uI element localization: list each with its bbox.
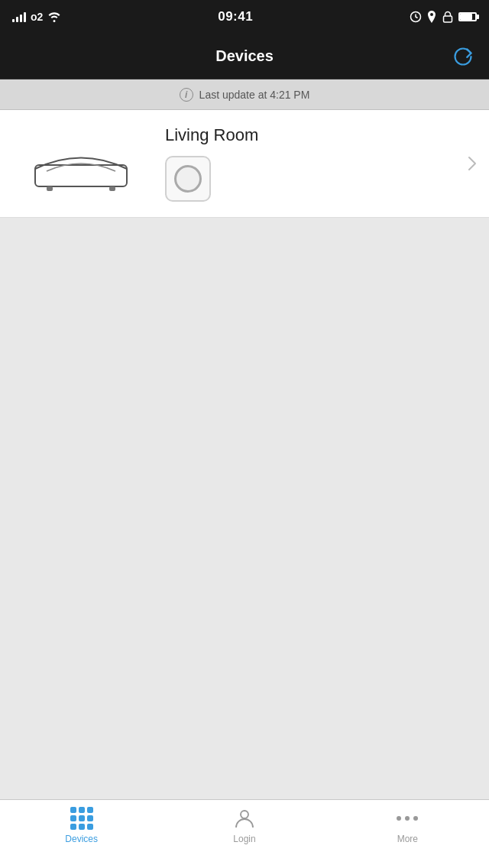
nav-bar: Devices: [0, 34, 489, 79]
tab-devices[interactable]: Devices: [0, 808, 163, 844]
grid-icon: [70, 807, 93, 830]
devices-tab-icon: [70, 808, 94, 829]
info-icon: i: [180, 88, 193, 102]
wifi-icon: [47, 11, 61, 22]
more-tab-icon: [395, 808, 419, 829]
svg-rect-4: [109, 186, 115, 191]
device-card[interactable]: Living Room: [0, 110, 489, 218]
status-right: [410, 11, 477, 23]
refresh-button[interactable]: [449, 43, 477, 70]
svg-point-5: [241, 811, 248, 818]
devices-tab-label: Devices: [65, 834, 98, 844]
power-toggle-button[interactable]: [165, 156, 211, 202]
tab-more[interactable]: More: [326, 808, 489, 844]
main-content: i Last update at 4:21 PM Living Room: [0, 79, 489, 799]
person-icon: [235, 808, 254, 829]
signal-icon: [12, 11, 26, 22]
login-tab-icon: [232, 808, 257, 829]
more-tab-label: More: [397, 834, 418, 844]
svg-rect-1: [443, 16, 452, 22]
lock-icon: [442, 11, 454, 23]
info-banner: i Last update at 4:21 PM: [0, 79, 489, 110]
toggle-circle-icon: [174, 165, 202, 193]
router-icon: [20, 133, 142, 194]
device-info: Living Room: [150, 125, 468, 202]
status-bar: o2 09:41: [0, 0, 489, 34]
device-name: Living Room: [165, 125, 468, 145]
refresh-icon: [452, 46, 474, 67]
location-icon: [426, 11, 437, 23]
status-left: o2: [12, 11, 61, 23]
svg-rect-3: [47, 186, 53, 191]
clock-icon: [410, 11, 422, 23]
page-title: Devices: [215, 47, 274, 65]
status-time: 09:41: [218, 9, 253, 24]
svg-rect-2: [35, 165, 127, 186]
battery-icon: [458, 12, 477, 21]
device-image: [12, 129, 150, 198]
chevron-right-icon: [468, 156, 477, 171]
empty-content-area: [0, 218, 489, 799]
last-update-text: Last update at 4:21 PM: [199, 89, 310, 101]
more-dots-icon: [397, 816, 418, 821]
tab-bar: Devices Login More: [0, 799, 489, 868]
tab-login[interactable]: Login: [163, 808, 325, 844]
carrier-label: o2: [31, 11, 43, 23]
login-tab-label: Login: [233, 834, 255, 844]
